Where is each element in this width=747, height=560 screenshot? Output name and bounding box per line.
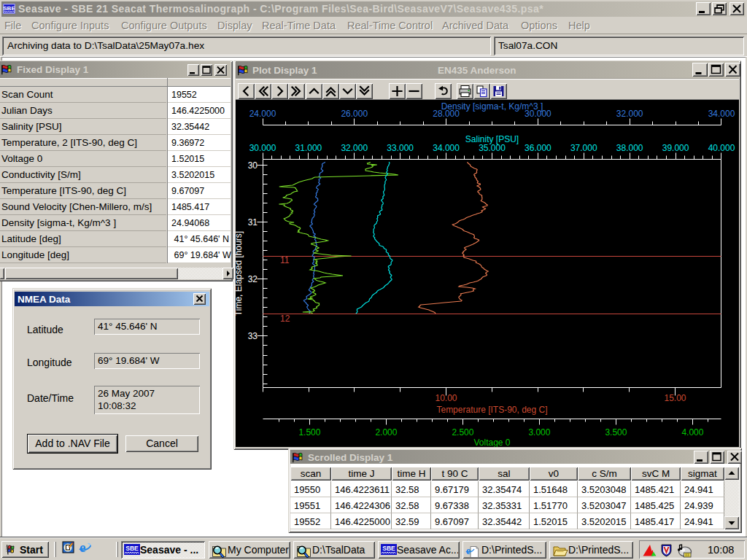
svg-text:11: 11 <box>280 255 290 265</box>
svg-text:32.000: 32.000 <box>341 143 368 153</box>
svg-text:30.000: 30.000 <box>249 143 276 153</box>
svg-text:36.000: 36.000 <box>525 143 551 153</box>
svg-text:38.000: 38.000 <box>616 143 643 153</box>
svg-text:26.000: 26.000 <box>341 109 368 119</box>
svg-text:3.500: 3.500 <box>605 427 627 438</box>
svg-text:e: e <box>466 545 471 556</box>
svg-text:15.00: 15.00 <box>664 393 686 403</box>
svg-text:Time, Elapsed [hours]: Time, Elapsed [hours] <box>236 231 244 316</box>
svg-text:34.000: 34.000 <box>708 109 735 119</box>
svg-text:1.500: 1.500 <box>298 427 320 438</box>
svg-text:33: 33 <box>248 331 258 341</box>
svg-text:33.000: 33.000 <box>387 143 414 153</box>
svg-text:30: 30 <box>248 160 258 171</box>
svg-text:2.000: 2.000 <box>375 427 397 438</box>
svg-text:40.000: 40.000 <box>708 143 735 153</box>
svg-text:35.000: 35.000 <box>479 143 506 153</box>
svg-text:31.000: 31.000 <box>295 143 322 153</box>
svg-text:2.500: 2.500 <box>452 427 473 438</box>
svg-text:4.000: 4.000 <box>681 427 703 438</box>
svg-text:Salinity [PSU]: Salinity [PSU] <box>465 134 519 144</box>
svg-text:12: 12 <box>280 314 290 324</box>
svg-text:31: 31 <box>248 217 258 228</box>
svg-text:37.000: 37.000 <box>570 143 597 153</box>
svg-text:Voltage 0: Voltage 0 <box>473 438 510 447</box>
svg-text:e: e <box>80 541 85 553</box>
svg-text:3.000: 3.000 <box>528 427 550 438</box>
svg-text:Density [sigma-t, Kg/m^3 ]: Density [sigma-t, Kg/m^3 ] <box>441 101 543 112</box>
svg-text:Temperature [ITS-90, deg C]: Temperature [ITS-90, deg C] <box>436 405 547 415</box>
svg-text:34.000: 34.000 <box>433 143 460 153</box>
svg-text:10.00: 10.00 <box>435 393 457 403</box>
svg-text:32: 32 <box>248 274 258 284</box>
svg-text:SBE: SBE <box>382 545 395 552</box>
svg-text:32.000: 32.000 <box>616 109 643 119</box>
svg-text:24.000: 24.000 <box>249 109 276 119</box>
svg-text:SBE: SBE <box>3 5 15 12</box>
svg-text:SBE: SBE <box>125 545 139 552</box>
svg-text:39.000: 39.000 <box>662 143 689 153</box>
